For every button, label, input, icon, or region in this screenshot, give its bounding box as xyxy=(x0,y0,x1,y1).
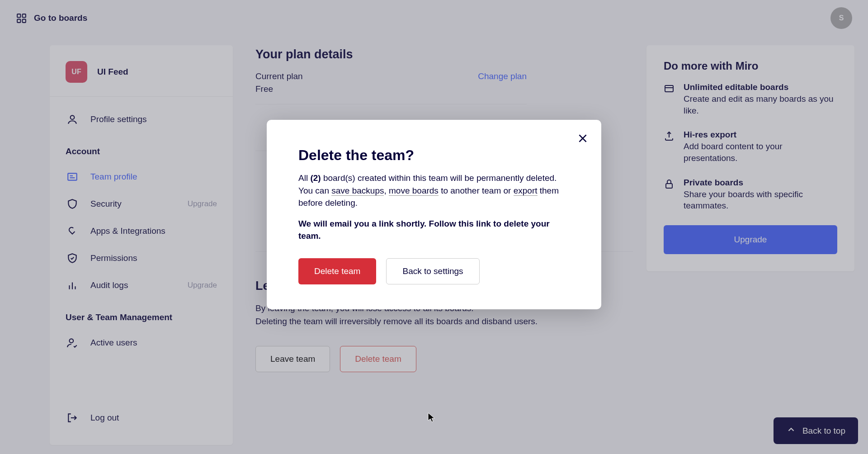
modal-text-mid: to another team or xyxy=(439,186,514,195)
modal-board-count: (2) xyxy=(310,173,321,183)
modal-delete-team-button[interactable]: Delete team xyxy=(298,258,376,284)
close-icon xyxy=(577,132,589,144)
export-link[interactable]: export xyxy=(514,186,538,196)
modal-buttons: Delete team Back to settings xyxy=(298,258,570,284)
move-boards-link[interactable]: move boards xyxy=(389,186,439,196)
modal-comma: , xyxy=(384,186,389,195)
modal-overlay[interactable]: Delete the team? All (2) board(s) create… xyxy=(0,0,868,454)
modal-strong-note: We will email you a link shortly. Follow… xyxy=(298,218,570,242)
modal-text-pre: All xyxy=(298,173,310,183)
delete-team-modal: Delete the team? All (2) board(s) create… xyxy=(267,120,601,309)
modal-close-button[interactable] xyxy=(576,131,590,146)
modal-title: Delete the team? xyxy=(298,147,570,164)
modal-back-to-settings-button[interactable]: Back to settings xyxy=(386,258,479,284)
modal-body: All (2) board(s) created within this tea… xyxy=(298,172,570,242)
save-backups-link[interactable]: save backups xyxy=(331,186,384,196)
